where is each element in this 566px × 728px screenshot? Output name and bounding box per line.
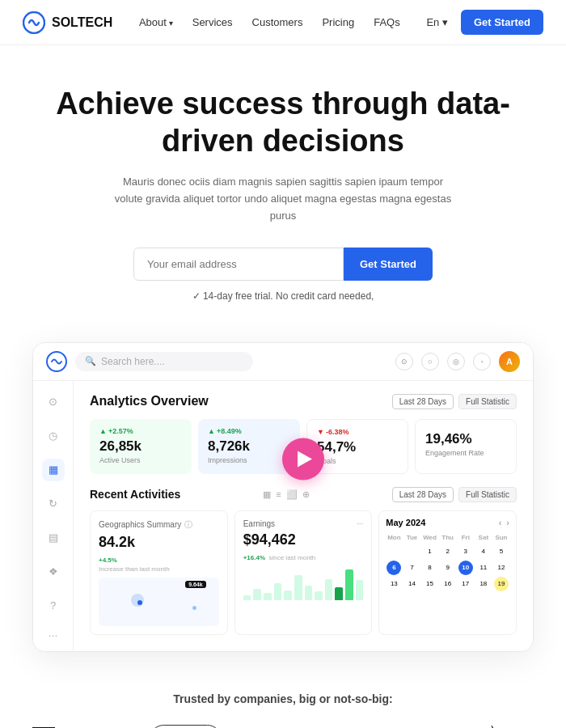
earnings-bar-6: [305, 586, 313, 599]
activities-filter-28days[interactable]: Last 28 Days: [392, 487, 454, 502]
nav-language[interactable]: En ▾: [426, 16, 448, 28]
stat-label-users: Active Users: [99, 456, 182, 464]
sidebar-home-icon[interactable]: ⊙: [42, 391, 65, 413]
sidebar-clock-icon[interactable]: ◷: [42, 425, 65, 447]
cal-day-9[interactable]: 8: [423, 561, 437, 575]
geo-info-icon: ⓘ: [184, 519, 192, 531]
cal-day-5[interactable]: 4: [476, 544, 491, 559]
sidebar-chat-icon[interactable]: ▤: [42, 527, 65, 549]
analytics-filters: Last 28 Days Full Statistic: [392, 394, 517, 409]
brand-duetone: DUETONE WORKSPACE: [150, 725, 222, 728]
search-icon: 🔍: [85, 356, 96, 366]
stat-badge-impressions: ▲ +8.49%: [208, 427, 290, 435]
play-button[interactable]: [282, 438, 324, 480]
cal-day-15[interactable]: 14: [404, 577, 419, 591]
earnings-bar-0: [243, 595, 251, 599]
navbar: SOLTECH About Services Customers Pricing…: [0, 0, 566, 45]
trusted-section: Trusted by companies, big or not-so-big:…: [0, 676, 566, 728]
calendar-prev-icon[interactable]: ‹: [499, 518, 502, 527]
stat-value-impressions: 8,726k: [208, 438, 290, 455]
nav-pricing[interactable]: Pricing: [322, 16, 354, 28]
stat-value-goals: 54,7%: [317, 439, 398, 455]
stat-label-impressions: Impressions: [208, 456, 290, 464]
grid-icon[interactable]: ▫: [473, 353, 491, 370]
activities-title: Recent Activities: [90, 488, 180, 501]
cal-day-19[interactable]: 18: [476, 577, 491, 591]
sidebar-more-dots[interactable]: ···: [49, 629, 58, 641]
hero-trial-text: 14-day free trial. No credit card needed…: [49, 290, 517, 302]
earnings-value: $94,462: [243, 531, 364, 548]
earnings-bar-8: [325, 579, 333, 600]
bell-icon[interactable]: ○: [421, 353, 439, 370]
earnings-desc: since last month: [268, 554, 315, 561]
cal-day-14[interactable]: 13: [386, 577, 401, 591]
brand-logos-row: GRAPHIC PREDICTION DUETONE WORKSPACE nex…: [32, 725, 534, 728]
calendar-next-icon[interactable]: ›: [506, 518, 509, 527]
hero-email-input[interactable]: [133, 248, 344, 281]
dashboard-search[interactable]: 🔍 Search here....: [75, 352, 253, 371]
cal-day-11[interactable]: 10: [458, 561, 473, 575]
cal-day-6[interactable]: 5: [494, 544, 509, 559]
filter-view-icon[interactable]: ⊕: [302, 489, 310, 500]
calendar-header: May 2024 ‹ ›: [386, 518, 509, 527]
earnings-card-title: Earnings ···: [243, 519, 364, 528]
logo[interactable]: SOLTECH: [23, 11, 112, 34]
grid-view-icon[interactable]: ▦: [263, 489, 271, 500]
sidebar-chart-icon[interactable]: ▦: [42, 459, 65, 481]
earnings-bar-chart: [243, 568, 364, 600]
hero-cta-button[interactable]: Get Started: [344, 248, 433, 281]
dashboard-topbar: 🔍 Search here.... ⊙ ○ ◎ ▫ A: [33, 343, 533, 381]
analytics-filter-full[interactable]: Full Statistic: [458, 394, 517, 409]
cal-day-17[interactable]: 16: [441, 577, 455, 591]
cal-day-7[interactable]: 6: [386, 561, 401, 575]
list-view-icon[interactable]: ≡: [276, 489, 281, 500]
nav-customers[interactable]: Customers: [252, 16, 303, 28]
nav-right: En ▾ Get Started: [426, 10, 543, 35]
map-label: 9.64k: [185, 581, 206, 588]
columns-view-icon[interactable]: ⬜: [286, 489, 298, 500]
nav-services[interactable]: Services: [192, 16, 233, 28]
stat-value-engagement: 19,46%: [425, 431, 506, 447]
analytics-title: Analytics Overview: [90, 394, 209, 408]
cal-day-2[interactable]: 1: [423, 544, 437, 559]
earnings-bar-11: [356, 580, 364, 599]
hero-title: Achieve success through data-driven deci…: [49, 86, 517, 159]
dashboard-body: ⊙ ◷ ▦ ↻ ▤ ❖ ? ··· Analytics Overview Las…: [33, 381, 533, 651]
sidebar-refresh-icon[interactable]: ↻: [42, 493, 65, 515]
nav-faqs[interactable]: FAQs: [374, 16, 400, 28]
cal-day-10[interactable]: 9: [441, 561, 455, 575]
stats-grid: ▲ +2.57% 26,85k Active Users ▲ +8.49% 8,…: [90, 419, 517, 474]
activities-filter-full[interactable]: Full Statistic: [458, 487, 517, 502]
cal-day-18[interactable]: 17: [458, 577, 473, 591]
cal-label-Thu: Thu: [440, 532, 456, 543]
cal-day-16[interactable]: 15: [423, 577, 437, 591]
user-avatar[interactable]: A: [499, 351, 520, 372]
nav-get-started-button[interactable]: Get Started: [461, 10, 543, 35]
earnings-bar-4: [284, 590, 292, 600]
cal-day-12[interactable]: 11: [476, 561, 491, 575]
stat-badge-users: ▲ +2.57%: [99, 427, 182, 435]
cal-day-3[interactable]: 2: [441, 544, 455, 559]
cal-day-8[interactable]: 7: [404, 561, 419, 575]
earnings-bar-5: [294, 575, 302, 600]
dashboard-action-icons: ⊙ ○ ◎ ▫ A: [395, 351, 520, 372]
cal-label-Tue: Tue: [403, 532, 420, 543]
cal-day-13[interactable]: 12: [494, 561, 509, 575]
sidebar-help-icon[interactable]: ?: [42, 595, 65, 617]
cal-day-4[interactable]: 3: [458, 544, 473, 559]
search-placeholder: Search here....: [101, 356, 165, 367]
sidebar-analytics-icon[interactable]: ❖: [42, 561, 65, 583]
calendar-nav: ‹ ›: [499, 518, 509, 527]
activities-filters: Last 28 Days Full Statistic: [392, 487, 517, 502]
earnings-more-icon[interactable]: ···: [357, 519, 363, 528]
nav-about[interactable]: About: [139, 16, 173, 28]
earnings-badge: +16.4%: [243, 554, 265, 561]
settings-icon[interactable]: ⊙: [395, 353, 413, 370]
earnings-bar-3: [274, 583, 282, 600]
cal-day-20[interactable]: 19: [494, 577, 509, 591]
geographics-card: Geographics Summary ⓘ 84.2k +4.5% Increa…: [90, 510, 228, 635]
stat-active-users: ▲ +2.57% 26,85k Active Users: [90, 419, 192, 474]
next-text: next: [264, 725, 329, 728]
message-icon[interactable]: ◎: [447, 353, 465, 370]
analytics-filter-28days[interactable]: Last 28 Days: [392, 394, 454, 409]
